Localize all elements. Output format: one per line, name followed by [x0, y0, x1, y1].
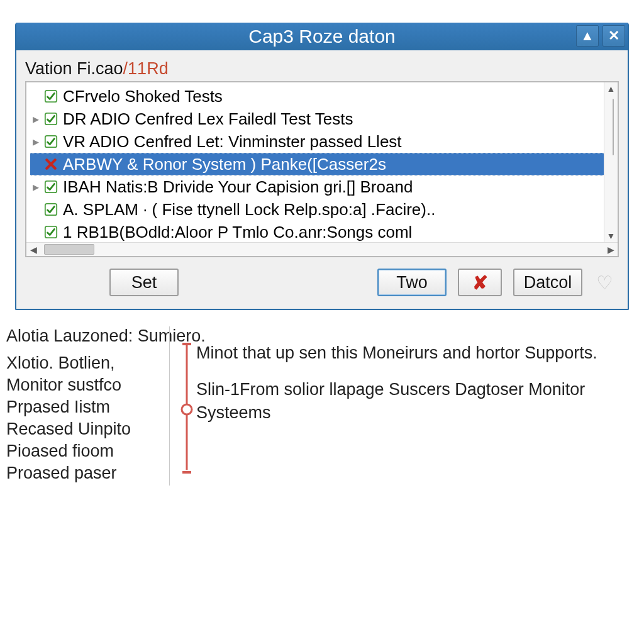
- set-button-label: Set: [131, 273, 157, 292]
- client-area: Vation Fi.cao/11Rd CFrvelo Shoked Tests▸…: [16, 50, 628, 309]
- heart-icon: ♡: [596, 272, 613, 294]
- scroll-down-icon[interactable]: ▼: [604, 230, 618, 242]
- lower-left-line: Proased paser: [6, 464, 162, 483]
- list-item-text: DR ADIO Cenfred Lex Failedl Test Tests: [63, 109, 353, 129]
- lower-left-column: Alotia Lauzoned: Sumiero. Xlotio. Botlie…: [4, 326, 167, 486]
- lower-info-panel: Alotia Lauzoned: Sumiero. Xlotio. Botlie…: [0, 321, 644, 486]
- check-pass-icon: [44, 203, 58, 216]
- list-item-text: A. SPLAM · ( Fise ttynell Lock Relp.spo:…: [63, 200, 435, 219]
- delete-button[interactable]: ✘: [458, 269, 502, 296]
- note-paragraph-2: Slin-1From solior llapage Suscers Dagtos…: [196, 378, 631, 424]
- pane-label: Vation Fi.cao/11Rd: [25, 59, 619, 79]
- pane-label-prefix: Vation Fi.cao: [25, 59, 123, 78]
- x-icon: ✘: [472, 272, 488, 294]
- scroll-left-icon[interactable]: ◀: [26, 243, 40, 256]
- list-item[interactable]: CFrvelo Shoked Tests: [30, 85, 604, 108]
- hscroll-thumb[interactable]: [44, 244, 94, 255]
- triangle-up-icon: ▲: [580, 28, 594, 44]
- minimize-up-button[interactable]: ▲: [576, 25, 599, 47]
- list-item[interactable]: A. SPLAM · ( Fise ttynell Lock Relp.spo:…: [30, 198, 604, 221]
- check-pass-icon: [44, 225, 58, 239]
- note-paragraph-1: Minot that up sen this Moneirurs and hor…: [196, 341, 631, 364]
- list-item[interactable]: ARBWY & Ronor System ) Panke([Casser2s: [30, 153, 604, 175]
- vscroll-thumb[interactable]: [613, 99, 614, 155]
- cross-fail-icon: [44, 157, 58, 171]
- horizontal-scrollbar[interactable]: ◀ ▶: [26, 242, 618, 256]
- list-item-text: ARBWY & Ronor System ) Panke([Casser2s: [63, 155, 386, 174]
- list-item[interactable]: ▸DR ADIO Cenfred Lex Failedl Test Tests: [30, 108, 604, 130]
- datcol-button[interactable]: Datcol: [513, 269, 582, 296]
- titlebar: Cap3 Roze daton ▲ ✕: [16, 23, 628, 50]
- close-button[interactable]: ✕: [602, 25, 625, 47]
- check-pass-icon: [44, 180, 58, 194]
- check-pass-icon: [44, 135, 58, 148]
- dialog-window: Cap3 Roze daton ▲ ✕ Vation Fi.cao/11Rd C…: [15, 23, 629, 310]
- svg-point-9: [182, 404, 192, 414]
- two-button-label: Two: [396, 273, 428, 292]
- two-button[interactable]: Two: [377, 269, 447, 296]
- scroll-right-icon[interactable]: ▶: [604, 243, 618, 256]
- lower-right-column: Minot that up sen this Moneirurs and hor…: [169, 326, 644, 486]
- lower-left-line: Monitor sustfco: [6, 375, 162, 395]
- set-button[interactable]: Set: [109, 269, 179, 296]
- list-item-text: VR ADIO Cenfred Let: Vinminster passed L…: [63, 132, 402, 152]
- lower-left-line: Xlotio. Botlien,: [6, 353, 162, 373]
- window-title: Cap3 Roze daton: [16, 26, 628, 47]
- button-row: Set Two ✘ Datcol ♡: [25, 269, 619, 300]
- list-item-text: 1 RB1B(BOdld:Aloor P Tmlo Co.anr:Songs c…: [63, 223, 412, 242]
- check-pass-icon: [44, 112, 58, 126]
- lower-headline: Alotia Lauzoned: Sumiero.: [6, 326, 162, 346]
- list-item[interactable]: 1 RB1B(BOdld:Aloor P Tmlo Co.anr:Songs c…: [30, 221, 604, 242]
- pane-label-suffix: /11Rd: [123, 59, 169, 78]
- list-item-text: CFrvelo Shoked Tests: [63, 87, 223, 106]
- lower-left-line: Pioased fioom: [6, 441, 162, 461]
- expander-icon[interactable]: ▸: [31, 111, 40, 126]
- list-item[interactable]: ▸IBAH Natis:B Drivide Your Capision gri.…: [30, 175, 604, 198]
- hscroll-track[interactable]: [40, 243, 604, 256]
- scroll-up-icon[interactable]: ▲: [604, 82, 618, 95]
- expander-icon[interactable]: ▸: [31, 179, 40, 194]
- close-icon: ✕: [608, 28, 619, 44]
- timeline-icon: [177, 338, 196, 486]
- test-list: CFrvelo Shoked Tests▸DR ADIO Cenfred Lex…: [25, 81, 619, 257]
- lower-right-notes: Minot that up sen this Moneirurs and hor…: [196, 338, 631, 486]
- lower-left-line: Prpased Iistm: [6, 397, 162, 417]
- datcol-button-label: Datcol: [524, 273, 572, 292]
- expander-icon[interactable]: ▸: [31, 134, 40, 149]
- check-pass-icon: [44, 89, 58, 103]
- window-buttons: ▲ ✕: [576, 25, 625, 47]
- list-content: CFrvelo Shoked Tests▸DR ADIO Cenfred Lex…: [26, 82, 604, 242]
- list-item-text: IBAH Natis:B Drivide Your Capision gri.[…: [63, 177, 413, 197]
- lower-left-line: Recased Uinpito: [6, 419, 162, 439]
- favorite-button[interactable]: ♡: [594, 272, 615, 293]
- list-item[interactable]: ▸VR ADIO Cenfred Let: Vinminster passed …: [30, 130, 604, 153]
- vertical-scrollbar[interactable]: ▲ ▼: [604, 82, 618, 242]
